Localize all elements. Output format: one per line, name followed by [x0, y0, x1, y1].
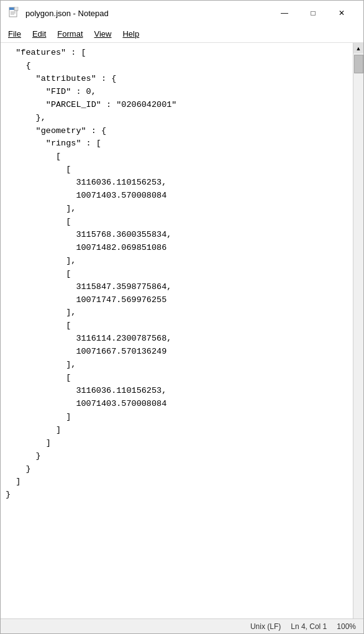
menu-format[interactable]: Format	[52, 27, 88, 40]
zoom-status: 100%	[337, 622, 356, 631]
window-controls: — □ ✕	[270, 4, 356, 22]
title-bar: polygon.json - Notepad — □ ✕	[1, 1, 363, 25]
close-button[interactable]: ✕	[327, 4, 356, 22]
window-title: polygon.json - Notepad	[25, 9, 270, 18]
menu-help[interactable]: Help	[117, 27, 144, 40]
app-icon	[8, 7, 20, 19]
minimize-button[interactable]: —	[270, 4, 299, 22]
menu-bar: File Edit Format View Help	[1, 25, 363, 43]
menu-file[interactable]: File	[3, 27, 26, 40]
status-bar: Unix (LF) Ln 4, Col 1 100%	[1, 618, 363, 633]
encoding-status: Unix (LF)	[250, 622, 281, 631]
restore-button[interactable]: □	[299, 4, 327, 22]
notepad-window: polygon.json - Notepad — □ ✕ File Edit F…	[0, 0, 364, 634]
editor-content[interactable]: "features" : [ { "attributes" : { "FID" …	[1, 43, 353, 618]
line-col-status: Ln 4, Col 1	[291, 622, 327, 631]
menu-edit[interactable]: Edit	[27, 27, 51, 40]
code-text: "features" : [ { "attributes" : { "FID" …	[6, 47, 353, 502]
svg-rect-5	[14, 7, 18, 11]
vertical-scrollbar[interactable]: ▲	[353, 43, 363, 618]
scroll-up-arrow[interactable]: ▲	[353, 43, 364, 53]
scroll-thumb[interactable]	[354, 55, 363, 73]
editor-container: "features" : [ { "attributes" : { "FID" …	[1, 43, 363, 618]
menu-view[interactable]: View	[89, 27, 117, 40]
